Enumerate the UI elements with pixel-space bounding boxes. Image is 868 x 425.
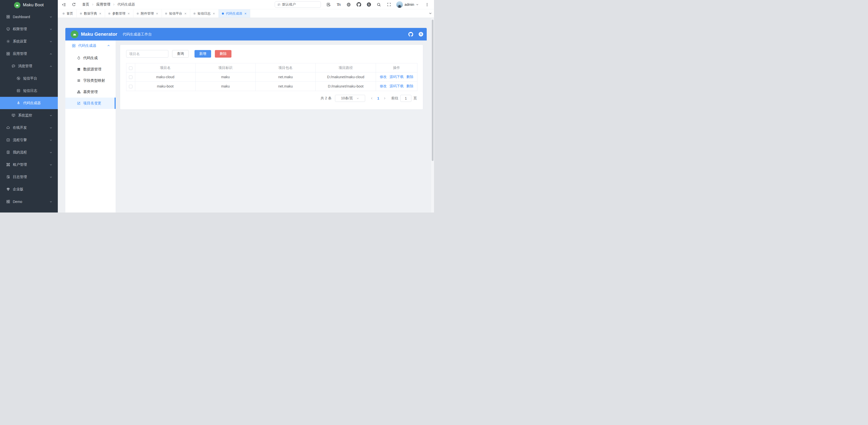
sidebar-item-online-dev[interactable]: 在线开发 [0,121,58,134]
menu-item-datasource-management[interactable]: 数据源管理 [65,64,116,75]
tenant-select[interactable] [275,1,321,8]
vertical-scrollbar [431,18,434,213]
breadcrumb-app-management[interactable]: 应用管理 [96,2,110,7]
chevron-down-icon [50,126,52,129]
goto-page-input[interactable] [400,95,411,102]
menu-item-code-generation[interactable]: 代码生成 [65,52,116,64]
sidebar-item-message-management[interactable]: 消息管理 [0,60,58,72]
globe-icon[interactable] [346,2,351,7]
tab-sms-platform[interactable]: 短信平台 [162,9,190,18]
add-button[interactable]: 新增 [194,50,211,58]
page-size-value: 10条/页 [341,96,353,101]
tab-dot [63,12,65,15]
prev-page-icon[interactable] [369,97,375,100]
sidebar-item-code-generator[interactable]: 代码生成器 [0,97,58,109]
sidebar-item-dashboard[interactable]: Dashboard [0,10,58,23]
sidebar-item-app-management[interactable]: 应用管理 [0,48,58,60]
source-download-link[interactable]: 源码下载 [390,84,404,88]
page-number[interactable]: 1 [375,96,381,100]
sidebar-item-log-management[interactable]: 日志管理 [0,171,58,183]
font-size-icon[interactable]: Tt [337,2,341,7]
tenant-input[interactable] [282,3,318,6]
goto-unit: 页 [413,96,417,101]
rocket-icon [17,101,20,105]
cell-project-name: maku-boot [135,82,195,91]
page-size-select[interactable]: 10条/页 [335,95,365,102]
projects-table: 项目名 项目标识 项目包名 项目路径 操作 maku- [126,63,417,91]
row-checkbox[interactable] [129,85,132,88]
sidebar-item-permissions[interactable]: 权限管理 [0,23,58,35]
tab-attachment-management[interactable]: 附件管理 [133,9,162,18]
chevron-down-icon [416,3,419,6]
app-logo[interactable]: Maku Boot [0,0,58,10]
sidebar-item-label: 权限管理 [13,27,27,31]
translate-icon[interactable] [327,2,331,7]
tab-sms-log[interactable]: 短信日志 [190,9,219,18]
chevron-down-icon [50,200,52,203]
query-button[interactable]: 查询 [172,50,189,58]
table-row: maku-cloud maku net.maku D:/makunet/maku… [126,73,417,82]
menu-item-field-type-mapping[interactable]: 字段类型映射 [65,75,116,86]
kebab-menu-icon[interactable] [425,3,429,6]
tab-parameter-management[interactable]: 参数管理 [105,9,133,18]
user-menu[interactable]: admin [396,1,419,8]
gitee-icon[interactable]: G [367,2,371,7]
close-icon[interactable] [184,12,187,15]
delete-link[interactable]: 删除 [406,84,413,88]
cell-project-package: net.maku [255,82,316,91]
sidebar: Maku Boot Dashboard 权限管理 系统设置 应用管理 [0,0,58,213]
project-panel: 查询 新增 删除 项目名 [120,45,423,110]
tab-code-generator[interactable]: 代码生成器 [219,9,250,18]
sidebar-item-tenant-management[interactable]: 租户管理 [0,159,58,171]
select-all-checkbox[interactable] [129,66,132,70]
generator-menu-section[interactable]: 代码生成器 [65,40,116,51]
breadcrumb-home[interactable]: 首页 [82,2,89,7]
sidebar-item-sms-log[interactable]: 短信日志 [0,85,58,97]
next-page-icon[interactable] [382,97,388,100]
tab-dot [193,12,195,15]
tabs-dropdown-icon[interactable] [429,9,432,18]
close-icon[interactable] [156,12,158,15]
menu-item-base-class-management[interactable]: 基类管理 [65,86,116,97]
delete-button[interactable]: 删除 [215,50,231,58]
delete-link[interactable]: 删除 [406,75,413,79]
sidebar-item-demo[interactable]: Demo [0,195,58,208]
edit-link[interactable]: 修改 [380,75,387,79]
scrollbar-thumb[interactable] [432,20,434,161]
tab-data-dictionary[interactable]: 数据字典 [76,9,105,18]
tab-label: 数据字典 [84,11,97,16]
project-name-input[interactable] [126,50,168,58]
github-icon[interactable] [356,2,361,7]
calendar-check-icon [6,138,10,142]
content-area: Maku Generator 代码生成器工作台 G [58,18,434,213]
source-download-link[interactable]: 源码下载 [390,75,404,79]
chevron-up-icon [107,44,110,47]
sidebar-item-enterprise[interactable]: 企业版 [0,183,58,195]
close-icon[interactable] [99,12,101,15]
grid-alt-icon [6,200,10,203]
close-icon[interactable] [244,12,247,15]
sidebar-item-workflow-engine[interactable]: 流程引擎 [0,134,58,146]
gitee-icon[interactable]: G [419,32,423,36]
sidebar-item-sms-platform[interactable]: 短信平台 [0,72,58,85]
sidebar-item-label: 消息管理 [18,64,32,68]
github-icon[interactable] [408,32,413,37]
row-checkbox[interactable] [129,76,132,79]
chevron-down-icon [356,97,359,100]
refresh-icon[interactable] [72,2,76,7]
table-header-row: 项目名 项目标识 项目包名 项目路径 操作 [126,63,417,73]
sidebar-item-system-settings[interactable]: 系统设置 [0,35,58,48]
close-icon[interactable] [127,12,130,15]
tab-label: 短信日志 [197,11,211,16]
edit-link[interactable]: 修改 [380,84,387,88]
menu-item-project-rename[interactable]: 项目名变更 [65,97,116,109]
chevron-down-icon [50,40,52,43]
sidebar-item-my-workflow[interactable]: 我的流程 [0,146,58,159]
tab-home[interactable]: 首页 [59,9,76,18]
close-icon[interactable] [213,12,215,15]
menu-fold-icon[interactable] [62,2,66,7]
generator-body: 代码生成器 代码生成 数据源管理 [65,40,427,213]
fullscreen-icon[interactable] [387,2,391,7]
sidebar-item-system-monitor[interactable]: 系统监控 [0,109,58,121]
search-icon[interactable] [377,2,381,7]
